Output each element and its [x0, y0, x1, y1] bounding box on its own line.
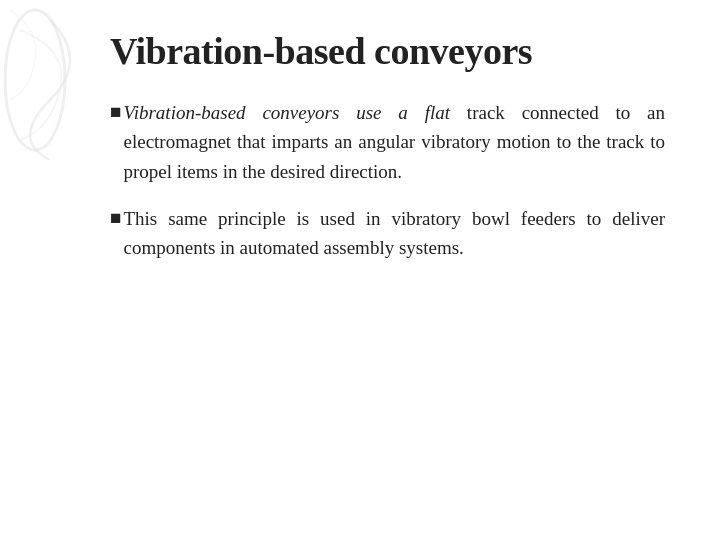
bullet-marker-1: ■	[110, 98, 121, 127]
bullet-item-2: ■ This same principle is used in vibrato…	[110, 204, 665, 263]
bullet-item-1: ■ Vibration-based conveyors use a flat t…	[110, 98, 665, 186]
slide-content: Vibration-based conveyors ■ Vibration-ba…	[0, 0, 720, 540]
bullet-marker-2: ■	[110, 204, 121, 233]
bullet-text-1: Vibration-based conveyors use a flat tra…	[123, 98, 665, 186]
bullet-text-2: This same principle is used in vibratory…	[123, 204, 665, 263]
bullet-section: ■ Vibration-based conveyors use a flat t…	[110, 98, 665, 263]
slide-title: Vibration-based conveyors	[110, 30, 665, 74]
